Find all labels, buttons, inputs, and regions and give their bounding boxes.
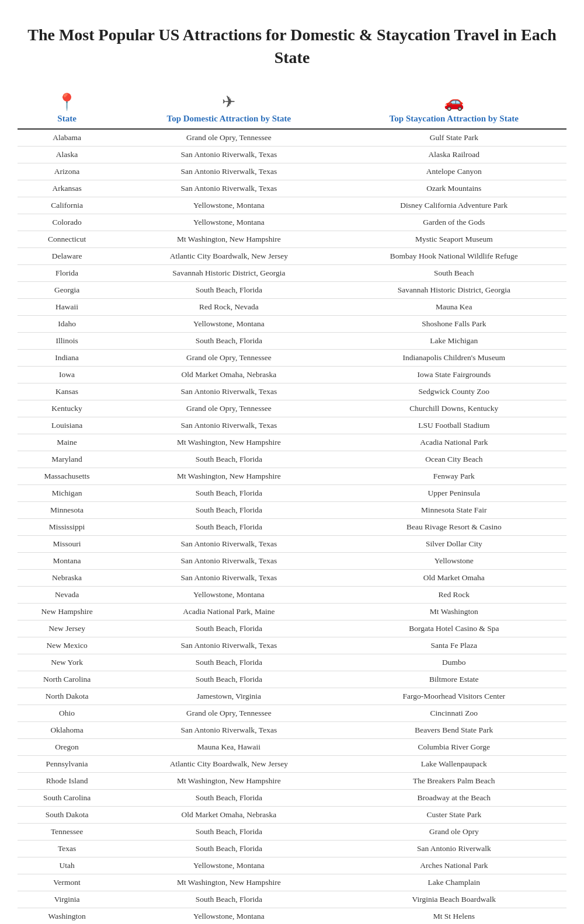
cell-staycation: South Beach [342, 265, 566, 282]
cell-state: Ohio [18, 705, 116, 722]
cell-staycation: Lake Michigan [342, 333, 566, 350]
table-row: California Yellowstone, Montana Disney C… [18, 197, 566, 214]
cell-state: North Carolina [18, 671, 116, 688]
cell-domestic: South Beach, Florida [116, 485, 341, 502]
cell-domestic: San Antonio Riverwalk, Texas [116, 722, 341, 739]
cell-state: New Mexico [18, 637, 116, 654]
cell-staycation: Beau Rivage Resort & Casino [342, 519, 566, 536]
cell-state: Florida [18, 265, 116, 282]
table-row: Alabama Grand ole Opry, Tennessee Gulf S… [18, 129, 566, 147]
cell-domestic: Mt Washington, New Hampshire [116, 773, 341, 790]
cell-state: Hawaii [18, 299, 116, 316]
table-row: Oklahoma San Antonio Riverwalk, Texas Be… [18, 722, 566, 739]
table-row: Connecticut Mt Washington, New Hampshire… [18, 231, 566, 248]
table-row: Arizona San Antonio Riverwalk, Texas Ant… [18, 163, 566, 180]
cell-domestic: San Antonio Riverwalk, Texas [116, 180, 341, 197]
cell-staycation: Disney California Adventure Park [342, 197, 566, 214]
cell-state: Connecticut [18, 231, 116, 248]
table-container: 📍 ✈ 🚗 State Top Domestic Attraction by S… [18, 92, 566, 924]
cell-domestic: Mt Washington, New Hampshire [116, 874, 341, 891]
table-row: South Dakota Old Market Omaha, Nebraska … [18, 807, 566, 824]
table-row: Kansas San Antonio Riverwalk, Texas Sedg… [18, 383, 566, 400]
cell-staycation: Gulf State Park [342, 129, 566, 147]
cell-domestic: South Beach, Florida [116, 502, 341, 519]
cell-state: Michigan [18, 485, 116, 502]
cell-staycation: Old Market Omaha [342, 570, 566, 587]
table-row: North Carolina South Beach, Florida Bilt… [18, 671, 566, 688]
cell-staycation: Custer State Park [342, 807, 566, 824]
table-row: Mississippi South Beach, Florida Beau Ri… [18, 519, 566, 536]
table-row: Vermont Mt Washington, New Hampshire Lak… [18, 874, 566, 891]
cell-domestic: Mt Washington, New Hampshire [116, 468, 341, 485]
table-row: New York South Beach, Florida Dumbo [18, 654, 566, 671]
table-row: Indiana Grand ole Opry, Tennessee Indian… [18, 350, 566, 367]
cell-state: Minnesota [18, 502, 116, 519]
table-row: Nevada Yellowstone, Montana Red Rock [18, 587, 566, 604]
table-row: Georgia South Beach, Florida Savannah Hi… [18, 282, 566, 299]
cell-staycation: Arches National Park [342, 857, 566, 874]
cell-state: South Carolina [18, 790, 116, 807]
cell-staycation: Santa Fe Plaza [342, 637, 566, 654]
cell-domestic: Mt Washington, New Hampshire [116, 231, 341, 248]
cell-staycation: Mystic Seaport Museum [342, 231, 566, 248]
cell-state: Maine [18, 434, 116, 451]
cell-domestic: Atlantic City Boardwalk, New Jersey [116, 248, 341, 265]
cell-state: Mississippi [18, 519, 116, 536]
cell-domestic: Yellowstone, Montana [116, 197, 341, 214]
cell-staycation: Yellowstone [342, 553, 566, 570]
cell-domestic: South Beach, Florida [116, 790, 341, 807]
cell-domestic: Mauna Kea, Hawaii [116, 739, 341, 756]
cell-state: Tennessee [18, 824, 116, 841]
cell-staycation: Broadway at the Beach [342, 790, 566, 807]
cell-domestic: Grand ole Opry, Tennessee [116, 350, 341, 367]
cell-staycation: Bombay Hook National Wildlife Refuge [342, 248, 566, 265]
cell-domestic: Grand ole Opry, Tennessee [116, 705, 341, 722]
cell-state: Georgia [18, 282, 116, 299]
table-row: Alaska San Antonio Riverwalk, Texas Alas… [18, 147, 566, 163]
table-row: Florida Savannah Historic District, Geor… [18, 265, 566, 282]
cell-domestic: Savannah Historic District, Georgia [116, 265, 341, 282]
cell-domestic: South Beach, Florida [116, 841, 341, 857]
table-row: Maryland South Beach, Florida Ocean City… [18, 451, 566, 468]
table-row: Arkansas San Antonio Riverwalk, Texas Oz… [18, 180, 566, 197]
table-row: Illinois South Beach, Florida Lake Michi… [18, 333, 566, 350]
cell-domestic: Yellowstone, Montana [116, 214, 341, 231]
cell-state: Indiana [18, 350, 116, 367]
table-row: New Mexico San Antonio Riverwalk, Texas … [18, 637, 566, 654]
table-row: Virginia South Beach, Florida Virginia B… [18, 891, 566, 908]
cell-domestic: Yellowstone, Montana [116, 587, 341, 604]
domestic-icon: ✈ [116, 92, 341, 114]
cell-state: Oregon [18, 739, 116, 756]
cell-staycation: Indianapolis Children's Museum [342, 350, 566, 367]
table-row: Tennessee South Beach, Florida Grand ole… [18, 824, 566, 841]
cell-state: Iowa [18, 367, 116, 383]
cell-state: Arkansas [18, 180, 116, 197]
cell-state: Alaska [18, 147, 116, 163]
cell-staycation: Cincinnati Zoo [342, 705, 566, 722]
table-row: Texas South Beach, Florida San Antonio R… [18, 841, 566, 857]
table-row: Missouri San Antonio Riverwalk, Texas Si… [18, 536, 566, 553]
cell-state: New Jersey [18, 620, 116, 637]
cell-staycation: Lake Champlain [342, 874, 566, 891]
table-row: Minnesota South Beach, Florida Minnesota… [18, 502, 566, 519]
cell-staycation: Shoshone Falls Park [342, 316, 566, 333]
cell-state: Oklahoma [18, 722, 116, 739]
cell-domestic: South Beach, Florida [116, 824, 341, 841]
cell-state: Texas [18, 841, 116, 857]
cell-staycation: Fargo-Moorhead Visitors Center [342, 688, 566, 705]
cell-domestic: San Antonio Riverwalk, Texas [116, 147, 341, 163]
table-body: Alabama Grand ole Opry, Tennessee Gulf S… [18, 129, 566, 924]
cell-domestic: San Antonio Riverwalk, Texas [116, 553, 341, 570]
cell-domestic: South Beach, Florida [116, 671, 341, 688]
table-row: Ohio Grand ole Opry, Tennessee Cincinnat… [18, 705, 566, 722]
table-row: Nebraska San Antonio Riverwalk, Texas Ol… [18, 570, 566, 587]
cell-state: Arizona [18, 163, 116, 180]
cell-staycation: Virginia Beach Boardwalk [342, 891, 566, 908]
cell-state: North Dakota [18, 688, 116, 705]
cell-staycation: Alaska Railroad [342, 147, 566, 163]
cell-staycation: Grand ole Opry [342, 824, 566, 841]
table-row: Idaho Yellowstone, Montana Shoshone Fall… [18, 316, 566, 333]
cell-domestic: Old Market Omaha, Nebraska [116, 367, 341, 383]
cell-state: Nebraska [18, 570, 116, 587]
cell-state: New York [18, 654, 116, 671]
